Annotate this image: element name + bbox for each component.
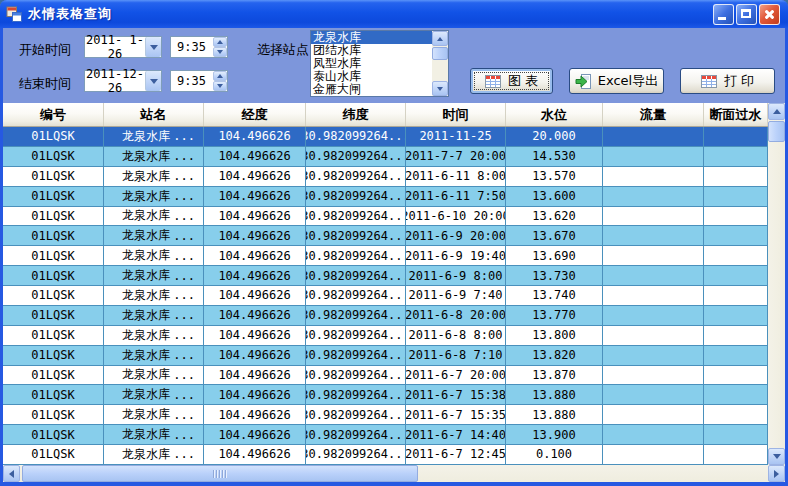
table-row[interactable]: 01LQSK龙泉水库...104.49662630.982099264...20… bbox=[3, 286, 768, 306]
start-time-down-button[interactable] bbox=[213, 47, 227, 57]
cell-area[interactable] bbox=[704, 425, 768, 444]
cell-area[interactable] bbox=[704, 187, 768, 206]
cell-flow[interactable] bbox=[603, 425, 704, 444]
cell-id[interactable]: 01LQSK bbox=[3, 385, 104, 404]
cell-time[interactable]: 2011-6-7 12:45 bbox=[406, 445, 506, 464]
cell-lon[interactable]: 104.496626 bbox=[204, 286, 306, 305]
cell-id[interactable]: 01LQSK bbox=[3, 127, 104, 146]
cell-time[interactable]: 2011-7-7 20:00 bbox=[406, 147, 506, 166]
cell-time[interactable]: 2011-6-9 19:40 bbox=[406, 246, 506, 265]
table-row[interactable]: 01LQSK龙泉水库...104.49662630.982099264...20… bbox=[3, 127, 768, 147]
grid-scroll-right-icon[interactable] bbox=[768, 465, 785, 482]
cell-station[interactable]: 龙泉水库... bbox=[104, 207, 204, 226]
cell-station[interactable]: 龙泉水库... bbox=[104, 385, 204, 404]
chart-button[interactable]: 图 表 bbox=[470, 68, 553, 94]
cell-level[interactable]: 13.570 bbox=[506, 167, 603, 186]
cell-flow[interactable] bbox=[603, 366, 704, 385]
cell-id[interactable]: 01LQSK bbox=[3, 366, 104, 385]
cell-station[interactable]: 龙泉水库... bbox=[104, 366, 204, 385]
cell-lon[interactable]: 104.496626 bbox=[204, 187, 306, 206]
cell-station[interactable]: 龙泉水库... bbox=[104, 306, 204, 325]
cell-lat[interactable]: 30.982099264... bbox=[306, 187, 406, 206]
column-header[interactable]: 流量 bbox=[603, 103, 704, 126]
cell-flow[interactable] bbox=[603, 346, 704, 365]
cell-station[interactable]: 龙泉水库... bbox=[104, 246, 204, 265]
cell-lat[interactable]: 30.982099264... bbox=[306, 147, 406, 166]
cell-flow[interactable] bbox=[603, 207, 704, 226]
cell-station[interactable]: 龙泉水库... bbox=[104, 127, 204, 146]
grid-horizontal-scrollbar[interactable] bbox=[3, 465, 785, 482]
grid-scroll-down-icon[interactable] bbox=[768, 448, 785, 465]
cell-flow[interactable] bbox=[603, 266, 704, 285]
station-scroll-up-icon[interactable] bbox=[432, 31, 448, 46]
cell-id[interactable]: 01LQSK bbox=[3, 226, 104, 245]
cell-id[interactable]: 01LQSK bbox=[3, 147, 104, 166]
cell-station[interactable]: 龙泉水库... bbox=[104, 167, 204, 186]
start-time-spinner[interactable]: 9:35 bbox=[170, 36, 228, 58]
cell-level[interactable]: 13.900 bbox=[506, 425, 603, 444]
cell-level[interactable]: 13.870 bbox=[506, 366, 603, 385]
maximize-button[interactable] bbox=[736, 4, 757, 25]
cell-flow[interactable] bbox=[603, 306, 704, 325]
cell-station[interactable]: 龙泉水库... bbox=[104, 226, 204, 245]
cell-id[interactable]: 01LQSK bbox=[3, 286, 104, 305]
cell-level[interactable]: 13.740 bbox=[506, 286, 603, 305]
cell-lon[interactable]: 104.496626 bbox=[204, 246, 306, 265]
cell-time[interactable]: 2011-6-7 14:40 bbox=[406, 425, 506, 444]
cell-level[interactable]: 13.880 bbox=[506, 405, 603, 424]
end-date-picker[interactable]: 2011-12-26 bbox=[84, 70, 162, 92]
cell-area[interactable] bbox=[704, 326, 768, 345]
cell-id[interactable]: 01LQSK bbox=[3, 207, 104, 226]
cell-lon[interactable]: 104.496626 bbox=[204, 167, 306, 186]
cell-lon[interactable]: 104.496626 bbox=[204, 326, 306, 345]
cell-lat[interactable]: 30.982099264... bbox=[306, 246, 406, 265]
cell-lon[interactable]: 104.496626 bbox=[204, 306, 306, 325]
cell-lon[interactable]: 104.496626 bbox=[204, 127, 306, 146]
table-row[interactable]: 01LQSK龙泉水库...104.49662630.982099264...20… bbox=[3, 306, 768, 326]
cell-lat[interactable]: 30.982099264... bbox=[306, 385, 406, 404]
cell-level[interactable]: 13.620 bbox=[506, 207, 603, 226]
cell-area[interactable] bbox=[704, 246, 768, 265]
station-scroll-down-icon[interactable] bbox=[432, 81, 448, 96]
column-header[interactable]: 时间 bbox=[406, 103, 506, 126]
cell-area[interactable] bbox=[704, 167, 768, 186]
cell-flow[interactable] bbox=[603, 226, 704, 245]
cell-id[interactable]: 01LQSK bbox=[3, 187, 104, 206]
cell-area[interactable] bbox=[704, 346, 768, 365]
table-row[interactable]: 01LQSK龙泉水库...104.49662630.982099264...20… bbox=[3, 366, 768, 386]
cell-level[interactable]: 13.600 bbox=[506, 187, 603, 206]
cell-lat[interactable]: 30.982099264... bbox=[306, 286, 406, 305]
table-row[interactable]: 01LQSK龙泉水库...104.49662630.982099264...20… bbox=[3, 326, 768, 346]
print-button[interactable]: 打 印 bbox=[680, 68, 775, 94]
cell-area[interactable] bbox=[704, 226, 768, 245]
cell-lat[interactable]: 30.982099264... bbox=[306, 266, 406, 285]
cell-time[interactable]: 2011-6-8 7:10 bbox=[406, 346, 506, 365]
table-row[interactable]: 01LQSK龙泉水库...104.49662630.982099264...20… bbox=[3, 346, 768, 366]
cell-area[interactable] bbox=[704, 405, 768, 424]
cell-flow[interactable] bbox=[603, 167, 704, 186]
cell-lon[interactable]: 104.496626 bbox=[204, 147, 306, 166]
cell-level[interactable]: 13.800 bbox=[506, 326, 603, 345]
cell-time[interactable]: 2011-6-9 8:00 bbox=[406, 266, 506, 285]
table-row[interactable]: 01LQSK龙泉水库...104.49662630.982099264...20… bbox=[3, 147, 768, 167]
cell-time[interactable]: 2011-6-10 20:00 bbox=[406, 207, 506, 226]
cell-flow[interactable] bbox=[603, 405, 704, 424]
cell-flow[interactable] bbox=[603, 326, 704, 345]
cell-level[interactable]: 13.820 bbox=[506, 346, 603, 365]
minimize-button[interactable] bbox=[713, 4, 734, 25]
cell-lat[interactable]: 30.982099264... bbox=[306, 127, 406, 146]
title-bar[interactable]: 水情表格查询 bbox=[0, 0, 788, 28]
cell-area[interactable] bbox=[704, 385, 768, 404]
cell-time[interactable]: 2011-6-9 7:40 bbox=[406, 286, 506, 305]
cell-flow[interactable] bbox=[603, 147, 704, 166]
column-header[interactable]: 断面过水 bbox=[704, 103, 768, 126]
table-row[interactable]: 01LQSK龙泉水库...104.49662630.982099264...20… bbox=[3, 246, 768, 266]
cell-area[interactable] bbox=[704, 207, 768, 226]
cell-flow[interactable] bbox=[603, 127, 704, 146]
end-date-dropdown-icon[interactable] bbox=[145, 71, 161, 91]
station-listbox[interactable]: 龙泉水库团结水库凤型水库泰山水库金雁大闸 bbox=[310, 30, 449, 97]
table-row[interactable]: 01LQSK龙泉水库...104.49662630.982099264...20… bbox=[3, 445, 768, 465]
cell-level[interactable]: 13.670 bbox=[506, 226, 603, 245]
cell-id[interactable]: 01LQSK bbox=[3, 326, 104, 345]
cell-station[interactable]: 龙泉水库... bbox=[104, 445, 204, 464]
